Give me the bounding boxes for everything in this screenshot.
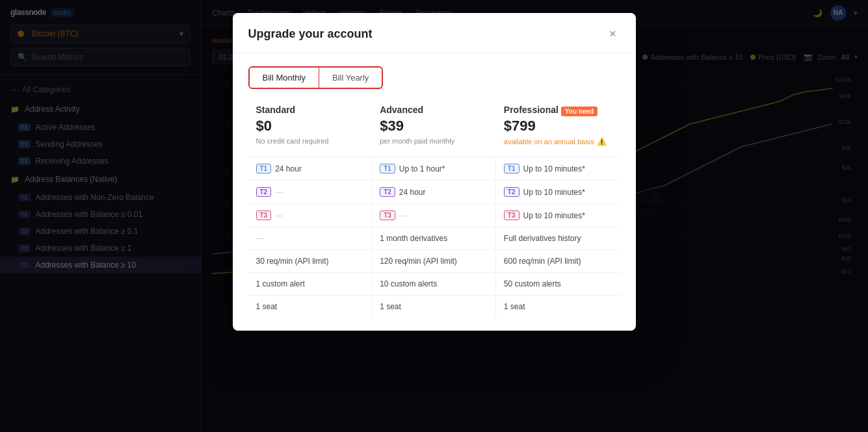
feature-cell-professional-api: 600 req/min (API limit) xyxy=(496,250,620,272)
feature-cell-professional-t1: T1 Up to 10 minutes* xyxy=(496,157,620,180)
modal-close-button[interactable]: × xyxy=(605,26,620,42)
feature-cell-standard-api: 30 req/min (API limit) xyxy=(248,250,373,272)
plan-price-note-professional: available on an annual basis ⚠️ xyxy=(504,137,612,146)
feature-cell-standard-alerts: 1 custom alert xyxy=(248,273,373,295)
feature-text: 10 custom alerts xyxy=(380,279,437,288)
feature-text: 120 req/min (API limit) xyxy=(380,257,457,266)
feature-text: 1 month derivatives xyxy=(380,234,447,243)
feature-row-derivatives: — 1 month derivatives Full derivatives h… xyxy=(248,227,620,249)
tier-tag-t3: T3 xyxy=(256,210,272,220)
feature-cell-advanced-t1: T1 Up to 1 hour* xyxy=(372,157,496,180)
tier-tag-t1: T1 xyxy=(256,164,272,173)
feature-cell-professional-alerts: 50 custom alerts xyxy=(496,273,620,295)
plan-price-advanced: $39 xyxy=(380,118,488,134)
feature-cell-professional-t2: T2 Up to 10 minutes* xyxy=(496,181,620,203)
feature-text: Full derivatives history xyxy=(504,234,581,243)
tier-tag-t1: T1 xyxy=(504,164,519,173)
tier-tag-t1: T1 xyxy=(380,164,395,173)
feature-text: — xyxy=(399,211,407,220)
feature-cell-standard-derivatives: — xyxy=(248,227,373,249)
plan-price-note-advanced: per month paid monthly xyxy=(380,137,488,145)
plan-price-professional: $799 xyxy=(504,118,612,134)
feature-cell-advanced-t3: T3 — xyxy=(372,204,496,227)
feature-text: 24 hour xyxy=(275,164,302,173)
feature-row-seats: 1 seat 1 seat 1 seat xyxy=(248,295,620,318)
feature-text: — xyxy=(256,234,264,243)
plan-name-professional: Professional xyxy=(504,105,559,115)
feature-cell-professional-t3: T3 Up to 10 minutes* xyxy=(496,204,620,227)
tier-tag-t2: T2 xyxy=(504,187,519,197)
feature-row-t3: T3 — T3 — T3 Up to 10 minutes* xyxy=(248,203,620,227)
features-table: T1 24 hour T1 Up to 1 hour* T1 Up to 10 … xyxy=(248,157,620,318)
feature-text: — xyxy=(275,211,283,220)
plan-name-advanced: Advanced xyxy=(380,105,488,115)
plan-price-standard: $0 xyxy=(256,118,365,134)
feature-row-t1: T1 24 hour T1 Up to 1 hour* T1 Up to 10 … xyxy=(248,157,620,180)
feature-cell-advanced-api: 120 req/min (API limit) xyxy=(372,250,496,272)
feature-text: 1 seat xyxy=(256,302,278,311)
feature-text: 24 hour xyxy=(399,188,426,197)
feature-text: 50 custom alerts xyxy=(504,279,561,288)
modal-body: Bill Monthly Bill Yearly Standard $0 No … xyxy=(233,53,636,331)
tier-tag-t2: T2 xyxy=(256,187,272,197)
feature-text: 600 req/min (API limit) xyxy=(504,257,581,266)
feature-cell-standard-t2: T2 — xyxy=(248,181,373,203)
feature-text: 30 req/min (API limit) xyxy=(256,257,329,266)
plan-header-professional: Professional You need $799 available on … xyxy=(496,105,620,157)
feature-cell-professional-derivatives: Full derivatives history xyxy=(496,227,620,249)
plan-price-note-standard: No credit card required xyxy=(256,137,365,145)
plan-header-standard: Standard $0 No credit card required xyxy=(248,105,373,157)
modal-title: Upgrade your account xyxy=(248,27,373,41)
feature-cell-advanced-seats: 1 seat xyxy=(372,296,496,318)
feature-cell-advanced-t2: T2 24 hour xyxy=(372,181,496,203)
plan-name-standard: Standard xyxy=(256,105,365,115)
feature-text: Up to 1 hour* xyxy=(399,164,445,173)
tier-tag-t3: T3 xyxy=(380,210,395,220)
feature-cell-advanced-derivatives: 1 month derivatives xyxy=(372,227,496,249)
bill-monthly-button[interactable]: Bill Monthly xyxy=(250,68,319,88)
feature-text: 1 seat xyxy=(380,302,401,311)
plan-header-advanced: Advanced $39 per month paid monthly xyxy=(372,105,496,157)
plan-badge-professional: You need xyxy=(561,107,598,116)
feature-text: Up to 10 minutes* xyxy=(523,164,585,173)
modal-header: Upgrade your account × xyxy=(233,13,636,53)
modal-overlay[interactable]: Upgrade your account × Bill Monthly Bill… xyxy=(0,0,868,432)
bill-yearly-button[interactable]: Bill Yearly xyxy=(319,68,382,88)
feature-row-t2: T2 — T2 24 hour T2 Up to 10 minutes* xyxy=(248,180,620,203)
feature-text: — xyxy=(275,188,283,197)
feature-row-alerts: 1 custom alert 10 custom alerts 50 custo… xyxy=(248,272,620,295)
feature-text: Up to 10 minutes* xyxy=(523,188,585,197)
feature-cell-advanced-alerts: 10 custom alerts xyxy=(372,273,496,295)
warning-icon: ⚠️ xyxy=(597,137,607,146)
feature-text: Up to 10 minutes* xyxy=(523,211,585,220)
upgrade-modal: Upgrade your account × Bill Monthly Bill… xyxy=(233,13,636,331)
billing-toggle: Bill Monthly Bill Yearly xyxy=(248,66,384,89)
plans-grid: Standard $0 No credit card required Adva… xyxy=(248,105,620,157)
feature-cell-standard-t1: T1 24 hour xyxy=(248,157,373,180)
feature-cell-standard-seats: 1 seat xyxy=(248,296,373,318)
feature-text: 1 custom alert xyxy=(256,279,305,288)
tier-tag-t2: T2 xyxy=(380,187,395,197)
feature-cell-standard-t3: T3 — xyxy=(248,204,373,227)
tier-tag-t3: T3 xyxy=(504,210,519,220)
plan-price-note-text: available on an annual basis xyxy=(504,138,594,146)
feature-row-api: 30 req/min (API limit) 120 req/min (API … xyxy=(248,249,620,272)
feature-text: 1 seat xyxy=(504,302,525,311)
feature-cell-professional-seats: 1 seat xyxy=(496,296,620,318)
